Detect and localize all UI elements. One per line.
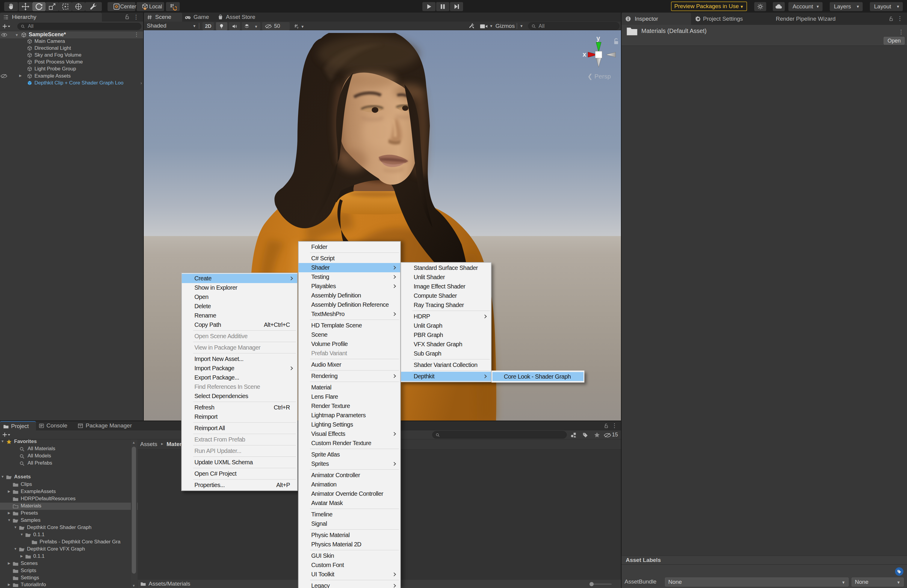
svg-text:x: x [583, 51, 587, 58]
svg-text:Y: Y [297, 26, 299, 29]
svg-text:y: y [596, 34, 600, 42]
